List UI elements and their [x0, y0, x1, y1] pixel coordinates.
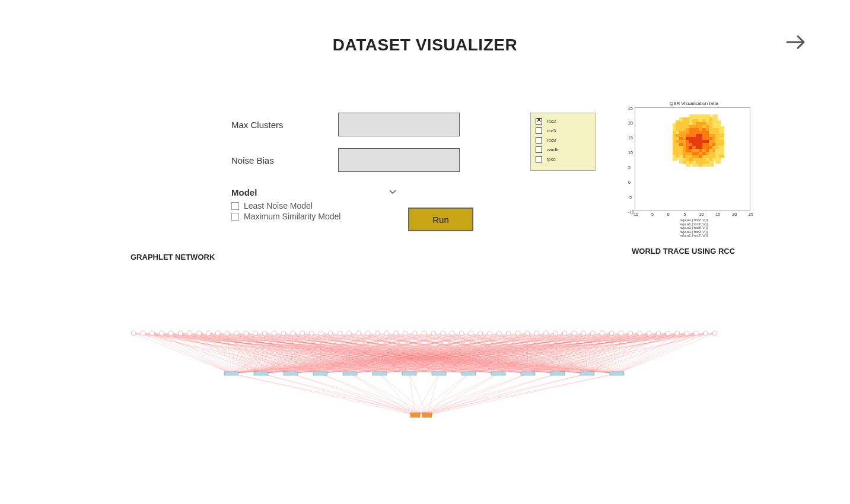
svg-point-528	[394, 331, 399, 336]
svg-point-549	[591, 331, 596, 336]
qsr-chart: QSR Visualisation beta -10-50510152025-1…	[635, 101, 753, 238]
svg-line-320	[439, 333, 518, 374]
svg-line-499	[427, 374, 617, 415]
svg-point-527	[384, 331, 389, 336]
svg-line-151	[330, 333, 409, 374]
legend-item-rcc2: rcc2	[536, 118, 590, 125]
legend-label: tpcc	[547, 157, 556, 162]
svg-point-544	[543, 331, 548, 336]
checkbox-icon[interactable]	[536, 137, 542, 143]
svg-point-521	[328, 331, 333, 336]
checkbox-icon[interactable]	[536, 118, 542, 125]
svg-line-497	[427, 374, 587, 415]
svg-line-483	[380, 374, 427, 415]
svg-point-557	[666, 331, 670, 336]
svg-rect-566	[313, 372, 327, 375]
svg-line-488	[415, 374, 469, 415]
legend-panel: rcc2 rcc3 rcc8 cardir tpcc	[530, 113, 596, 171]
svg-point-552	[619, 331, 623, 336]
svg-point-554	[638, 331, 642, 336]
svg-line-487	[427, 374, 439, 415]
svg-rect-565	[284, 372, 298, 375]
page-title: DATASET VISUALIZER	[0, 36, 850, 55]
noise-bias-label: Noise Bias	[231, 155, 338, 165]
svg-line-55	[218, 333, 409, 374]
svg-point-547	[572, 331, 577, 336]
svg-line-496	[415, 374, 587, 415]
svg-point-507	[197, 331, 202, 336]
svg-point-540	[506, 331, 511, 336]
max-clusters-input[interactable]	[338, 113, 460, 136]
svg-line-474	[261, 374, 415, 415]
svg-point-532	[431, 331, 436, 336]
svg-point-560	[693, 331, 698, 336]
svg-point-539	[496, 331, 501, 336]
max-clusters-label: Max Clusters	[231, 120, 338, 130]
svg-point-505	[178, 331, 183, 336]
svg-line-484	[409, 374, 415, 415]
world-trace-label: WORLD TRACE USING RCC	[632, 247, 735, 256]
svg-line-473	[231, 374, 427, 415]
svg-rect-576	[610, 372, 624, 375]
noise-bias-input[interactable]	[338, 148, 460, 172]
legend-label: rcc3	[547, 128, 556, 133]
legend-label: rcc8	[547, 138, 556, 143]
checkbox-icon[interactable]	[536, 156, 542, 162]
legend-item-rcc3: rcc3	[536, 127, 590, 134]
svg-point-536	[469, 331, 473, 336]
svg-point-502	[150, 331, 155, 336]
svg-line-5	[143, 333, 231, 374]
graphlet-network-label: GRAPHLET NETWORK	[130, 253, 215, 261]
svg-rect-577	[410, 413, 420, 417]
svg-line-491	[427, 374, 498, 415]
controls-panel: Max Clusters Noise Bias Model Least Nois…	[231, 113, 475, 222]
svg-point-523	[347, 331, 352, 336]
legend-item-rcc8: rcc8	[536, 137, 590, 143]
checkbox-icon[interactable]	[231, 202, 239, 210]
svg-line-481	[350, 374, 427, 415]
svg-point-510	[225, 331, 230, 336]
svg-line-470	[528, 333, 715, 374]
svg-rect-572	[491, 372, 505, 375]
svg-point-522	[338, 331, 342, 336]
svg-rect-573	[521, 372, 535, 375]
svg-line-492	[415, 374, 528, 415]
svg-point-508	[206, 331, 211, 336]
svg-line-478	[320, 374, 415, 415]
svg-point-535	[459, 331, 464, 336]
svg-point-537	[478, 331, 483, 336]
svg-point-518	[300, 331, 305, 336]
run-button[interactable]: Run	[408, 208, 473, 231]
svg-rect-578	[422, 413, 432, 417]
svg-point-516	[281, 331, 286, 336]
legend-label: cardir	[547, 147, 559, 152]
checkbox-icon[interactable]	[536, 127, 542, 134]
checkbox-icon[interactable]	[231, 213, 239, 221]
svg-point-543	[534, 331, 539, 336]
svg-point-541	[515, 331, 520, 336]
checkbox-icon[interactable]	[536, 146, 542, 153]
svg-rect-570	[432, 372, 446, 375]
svg-point-556	[656, 331, 661, 336]
svg-line-486	[415, 374, 439, 415]
svg-rect-567	[343, 372, 357, 375]
chart-title: QSR Visualisation beta	[635, 101, 753, 106]
svg-point-546	[562, 331, 567, 336]
svg-point-500	[131, 331, 136, 336]
svg-point-530	[412, 331, 417, 336]
svg-point-517	[291, 331, 295, 336]
svg-rect-575	[580, 372, 594, 375]
svg-point-553	[628, 331, 633, 336]
svg-line-285	[380, 333, 480, 374]
svg-rect-569	[402, 372, 416, 375]
svg-line-84	[255, 333, 469, 374]
arrow-right-icon[interactable]	[785, 33, 808, 54]
svg-line-493	[427, 374, 528, 415]
chevron-down-icon[interactable]	[389, 187, 397, 197]
svg-line-387	[380, 333, 593, 374]
svg-point-548	[581, 331, 586, 336]
svg-point-533	[441, 331, 445, 336]
svg-rect-574	[550, 372, 565, 375]
svg-point-526	[375, 331, 380, 336]
svg-point-503	[159, 331, 164, 336]
